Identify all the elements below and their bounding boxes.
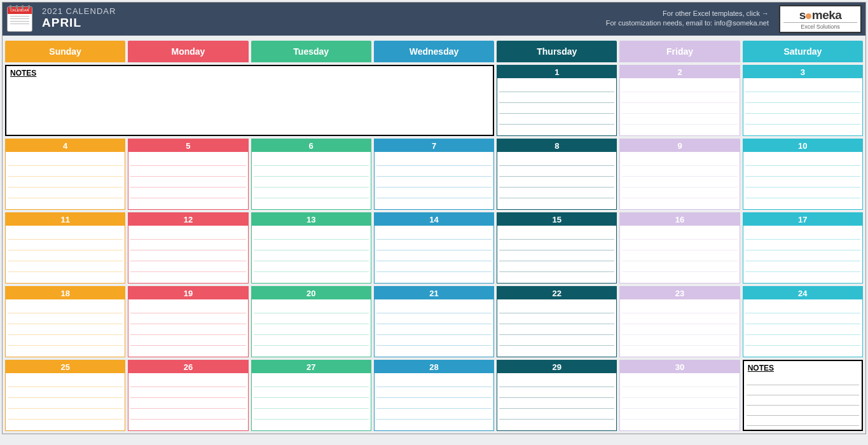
notes-area-bottom[interactable]: NOTES xyxy=(743,360,863,431)
calendar-day-7[interactable]: 7 xyxy=(374,139,494,210)
day-number: 11 xyxy=(6,213,125,226)
calendar-day-3[interactable]: 3 xyxy=(743,65,863,136)
calendar-day-11[interactable]: 11 xyxy=(5,212,125,284)
day-number: 20 xyxy=(252,287,371,299)
weekday-header-row: SundayMondayTuesdayWednesdayThursdayFrid… xyxy=(3,41,865,62)
calendar-day-16[interactable]: 16 xyxy=(619,212,740,284)
calendar-day-1[interactable]: 1 xyxy=(497,65,617,136)
notes-label: NOTES xyxy=(6,66,493,80)
calendar-day-19[interactable]: 19 xyxy=(128,286,248,357)
weekday-header-tuesday: Tuesday xyxy=(251,41,371,62)
customization-email[interactable]: For customization needs, email to: info@… xyxy=(606,18,769,28)
weekday-header-thursday: Thursday xyxy=(497,41,617,62)
calendar-day-18[interactable]: 18 xyxy=(5,286,125,357)
weekday-header-wednesday: Wednesday xyxy=(374,41,494,62)
day-number: 19 xyxy=(128,287,247,299)
header-links[interactable]: For other Excel templates, click → For c… xyxy=(606,3,776,36)
day-number: 18 xyxy=(6,287,125,299)
calendar-day-28[interactable]: 28 xyxy=(374,360,494,431)
templates-link[interactable]: For other Excel templates, click → xyxy=(606,9,769,18)
day-number: 5 xyxy=(128,139,247,152)
calendar-day-6[interactable]: 6 xyxy=(251,139,371,210)
calendar-day-13[interactable]: 13 xyxy=(251,212,371,284)
logo-text: smeka xyxy=(799,8,842,22)
day-number: 28 xyxy=(375,360,493,373)
notes-label: NOTES xyxy=(744,361,862,375)
calendar-day-27[interactable]: 27 xyxy=(251,360,371,431)
calendar-day-25[interactable]: 25 xyxy=(5,360,125,431)
day-number: 17 xyxy=(743,213,862,226)
weekday-header-monday: Monday xyxy=(128,41,248,62)
day-number: 4 xyxy=(6,139,125,152)
calendar-day-15[interactable]: 15 xyxy=(497,212,617,284)
calendar-day-5[interactable]: 5 xyxy=(128,139,248,210)
weekday-header-saturday: Saturday xyxy=(743,41,863,62)
day-number: 3 xyxy=(743,65,862,78)
calendar-day-17[interactable]: 17 xyxy=(743,212,863,284)
calendar-day-20[interactable]: 20 xyxy=(251,286,371,357)
calendar-grid: NOTES12345678910111213141516171819202122… xyxy=(3,62,865,434)
calendar-day-29[interactable]: 29 xyxy=(497,360,617,431)
calendar-template: 2021 CALENDAR APRIL For other Excel temp… xyxy=(2,2,866,434)
calendar-day-30[interactable]: 30 xyxy=(619,360,740,431)
day-number: 24 xyxy=(743,287,862,299)
day-number: 30 xyxy=(620,360,739,373)
calendar-day-26[interactable]: 26 xyxy=(128,360,248,431)
weekday-header-friday: Friday xyxy=(619,41,740,62)
day-number: 9 xyxy=(620,139,739,152)
day-number: 1 xyxy=(497,65,616,78)
calendar-day-23[interactable]: 23 xyxy=(619,286,740,357)
calendar-year-label: 2021 CALENDAR xyxy=(42,6,116,16)
calendar-day-24[interactable]: 24 xyxy=(743,286,863,357)
day-number: 21 xyxy=(375,287,493,299)
day-number: 13 xyxy=(252,213,371,226)
logo-subtitle: Excel Solutions xyxy=(783,22,857,30)
day-number: 15 xyxy=(497,213,616,226)
calendar-day-12[interactable]: 12 xyxy=(128,212,248,284)
calendar-day-2[interactable]: 2 xyxy=(619,65,740,136)
day-number: 12 xyxy=(128,213,247,226)
day-number: 23 xyxy=(620,287,739,299)
day-number: 29 xyxy=(497,360,616,373)
calendar-month-label: APRIL xyxy=(42,16,116,30)
calendar-day-21[interactable]: 21 xyxy=(374,286,494,357)
calendar-day-9[interactable]: 9 xyxy=(619,139,740,210)
day-number: 6 xyxy=(252,139,371,152)
calendar-icon xyxy=(3,3,37,36)
day-number: 2 xyxy=(620,65,739,78)
someka-logo[interactable]: smeka Excel Solutions xyxy=(779,5,862,33)
day-number: 27 xyxy=(252,360,371,373)
calendar-day-22[interactable]: 22 xyxy=(497,286,617,357)
calendar-day-14[interactable]: 14 xyxy=(374,212,494,284)
weekday-header-sunday: Sunday xyxy=(5,41,125,62)
title-block: 2021 CALENDAR APRIL xyxy=(37,3,121,36)
day-number: 10 xyxy=(743,139,862,152)
notes-area-top[interactable]: NOTES xyxy=(5,65,494,136)
day-number: 16 xyxy=(620,213,739,226)
day-number: 7 xyxy=(375,139,493,152)
header-bar: 2021 CALENDAR APRIL For other Excel temp… xyxy=(3,3,865,36)
day-number: 22 xyxy=(497,287,616,299)
calendar-day-8[interactable]: 8 xyxy=(497,139,617,210)
day-number: 25 xyxy=(6,360,125,373)
day-number: 26 xyxy=(128,360,247,373)
calendar-day-10[interactable]: 10 xyxy=(743,139,863,210)
day-number: 14 xyxy=(375,213,493,226)
calendar-day-4[interactable]: 4 xyxy=(5,139,125,210)
day-number: 8 xyxy=(497,139,616,152)
